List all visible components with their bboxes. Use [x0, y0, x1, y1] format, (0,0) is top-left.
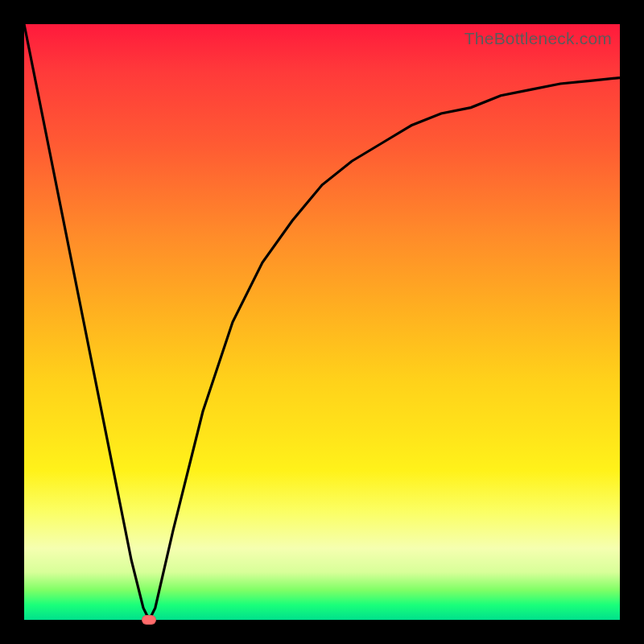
chart-frame: TheBottleneck.com [0, 0, 644, 644]
curve-path [24, 24, 620, 620]
bottleneck-curve [24, 24, 620, 620]
optimum-marker [142, 615, 156, 625]
plot-area: TheBottleneck.com [24, 24, 620, 620]
